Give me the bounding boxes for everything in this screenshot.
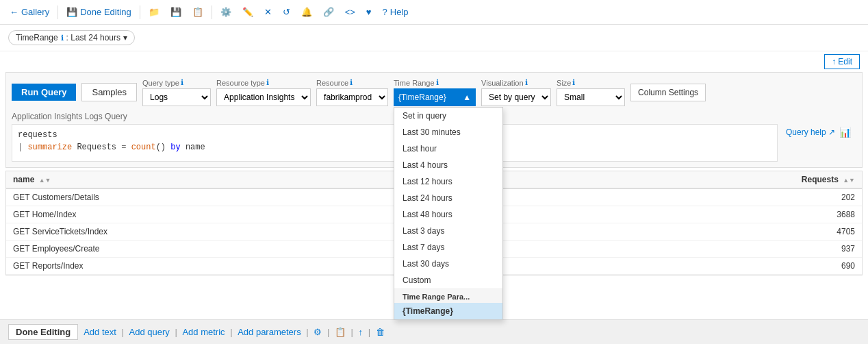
query-type-select[interactable]: Logs xyxy=(142,88,211,106)
add-parameters-link[interactable]: Add parameters xyxy=(238,327,301,337)
time-range-dropdown: Set in query Last 30 minutes Last hour L… xyxy=(394,107,503,320)
upload-icon-bottom[interactable]: ↑ xyxy=(359,327,363,337)
query-kw-by: by xyxy=(170,143,186,152)
copy-icon-bottom[interactable]: 📋 xyxy=(335,327,346,337)
resource-type-select[interactable]: Application Insights xyxy=(216,88,311,106)
time-option-1hour[interactable]: Last hour xyxy=(394,140,502,157)
edit-pencil-button[interactable]: ✏️ xyxy=(238,5,257,19)
cell-requests: 937 xyxy=(780,241,862,258)
add-metric-link[interactable]: Add metric xyxy=(182,327,225,337)
time-range-pill-value: : Last 24 hours xyxy=(66,33,120,42)
save-icon: 💾 xyxy=(66,7,77,17)
link-button[interactable]: 🔗 xyxy=(319,5,338,19)
visualization-info-icon: ℹ xyxy=(525,78,528,87)
col-header-name[interactable]: name ▲▼ xyxy=(6,171,780,188)
add-text-link[interactable]: Add text xyxy=(84,327,116,337)
time-range-group: Time Range ℹ {TimeRange} ▲ Set in query … xyxy=(394,78,476,106)
cell-requests: 690 xyxy=(780,258,862,275)
time-option-timerange-param[interactable]: {TimeRange} xyxy=(394,303,502,319)
visualization-group: Visualization ℹ Set by query xyxy=(481,78,551,106)
time-range-pill-label: TimeRange xyxy=(16,33,58,42)
samples-label: Samples xyxy=(92,87,127,97)
heart-button[interactable]: ♥ xyxy=(362,5,376,19)
cell-requests: 202 xyxy=(780,188,862,206)
sort-arrow-name: ▲▼ xyxy=(39,177,51,184)
visualization-label: Visualization xyxy=(481,79,524,87)
column-settings-button[interactable]: Column Settings xyxy=(630,84,706,101)
open-folder-button[interactable]: 📁 xyxy=(144,5,164,19)
info-icon: ℹ xyxy=(61,34,64,42)
top-toolbar: ← Gallery 💾 Done Editing 📁 💾 📋 ⚙️ ✏️ ✕ ↺… xyxy=(0,0,868,25)
delete-icon-bottom[interactable]: 🗑 xyxy=(376,327,385,337)
add-query-link[interactable]: Add query xyxy=(129,327,170,337)
query-equals: = xyxy=(121,143,131,152)
query-controls: Run Query Samples Query type ℹ Logs Reso… xyxy=(12,78,856,106)
cell-name: GET ServiceTickets/Index xyxy=(6,223,780,241)
query-type-info-icon: ℹ xyxy=(181,78,183,87)
code-button[interactable]: <> xyxy=(341,5,359,19)
time-option-3days[interactable]: Last 3 days xyxy=(394,223,502,239)
col-header-requests[interactable]: Requests ▲▼ xyxy=(780,171,862,188)
edit-label: Edit xyxy=(838,57,852,66)
query-help-label: Query help ↗ xyxy=(786,127,835,137)
size-label: Size xyxy=(557,79,571,87)
resource-type-info-icon: ℹ xyxy=(266,78,269,87)
size-group: Size ℹ Small xyxy=(557,78,625,106)
time-option-30days[interactable]: Last 30 days xyxy=(394,256,502,272)
column-settings-label: Column Settings xyxy=(638,88,698,97)
gallery-button[interactable]: ← Gallery xyxy=(5,5,53,19)
close-icon: ✕ xyxy=(264,7,272,17)
time-option-4hours[interactable]: Last 4 hours xyxy=(394,157,502,173)
done-editing-bottom-button[interactable]: Done Editing xyxy=(8,324,78,340)
query-fn-count: count xyxy=(131,143,156,152)
time-range-info-icon: ℹ xyxy=(436,78,439,87)
bell-button[interactable]: 🔔 xyxy=(297,5,316,19)
help-label: Help xyxy=(390,7,409,17)
query-var-name: name xyxy=(186,143,205,152)
samples-button[interactable]: Samples xyxy=(81,83,137,101)
cell-name: GET Customers/Details xyxy=(6,188,780,206)
time-option-24hours[interactable]: Last 24 hours xyxy=(394,190,502,206)
gallery-label: Gallery xyxy=(21,7,49,17)
time-range-pill[interactable]: TimeRange ℹ : Last 24 hours ▾ xyxy=(8,30,135,45)
share-icon[interactable]: 📊 xyxy=(839,127,851,138)
resource-select[interactable]: fabrikamprod xyxy=(316,88,388,106)
cell-name: GET Employees/Create xyxy=(6,241,780,258)
settings-button[interactable]: ⚙️ xyxy=(216,5,235,19)
save2-icon: 💾 xyxy=(170,7,181,17)
query-parens: () xyxy=(156,143,166,152)
time-option-custom[interactable]: Custom xyxy=(394,272,502,288)
gear-icon: ⚙️ xyxy=(220,7,231,17)
size-select[interactable]: Small xyxy=(557,88,625,106)
edit-button[interactable]: ↑ Edit xyxy=(824,54,860,69)
time-option-48hours[interactable]: Last 48 hours xyxy=(394,206,502,223)
query-type-group: Query type ℹ Logs xyxy=(142,78,211,106)
done-editing-toolbar-button[interactable]: 💾 Done Editing xyxy=(62,5,135,19)
refresh-icon: ↺ xyxy=(283,7,290,17)
settings-icon-bottom[interactable]: ⚙ xyxy=(314,327,322,337)
link-icon: 🔗 xyxy=(323,7,334,17)
close-button[interactable]: ✕ xyxy=(260,5,276,19)
time-option-12hours[interactable]: Last 12 hours xyxy=(394,173,502,190)
query-help-link[interactable]: Query help ↗ xyxy=(786,127,835,137)
toolbar-separator-3 xyxy=(212,5,212,19)
time-range-chevron-icon: ▲ xyxy=(463,93,471,102)
up-arrow-icon: ↑ xyxy=(832,57,836,66)
copy-button[interactable]: 📋 xyxy=(188,5,207,19)
save-button[interactable]: 💾 xyxy=(166,5,186,19)
sort-arrow-requests: ▲▼ xyxy=(843,177,855,184)
help-button[interactable]: ? Help xyxy=(379,5,413,19)
time-option-7days[interactable]: Last 7 days xyxy=(394,239,502,256)
time-range-select[interactable]: {TimeRange} ▲ xyxy=(394,88,476,106)
time-range-bar: TimeRange ℹ : Last 24 hours ▾ xyxy=(0,25,868,51)
visualization-select[interactable]: Set by query xyxy=(481,88,551,106)
time-range-ctrl-label: Time Range xyxy=(394,79,435,87)
query-help-row: Query help ↗ 📊 xyxy=(780,125,856,139)
run-query-button[interactable]: Run Query xyxy=(12,84,76,101)
resource-type-label: Resource type xyxy=(216,79,265,87)
time-option-set-in-query[interactable]: Set in query xyxy=(394,108,502,124)
time-option-30min[interactable]: Last 30 minutes xyxy=(394,124,502,140)
edit-row: ↑ Edit xyxy=(0,51,868,72)
copy-icon: 📋 xyxy=(192,7,203,17)
refresh-button[interactable]: ↺ xyxy=(279,5,294,19)
